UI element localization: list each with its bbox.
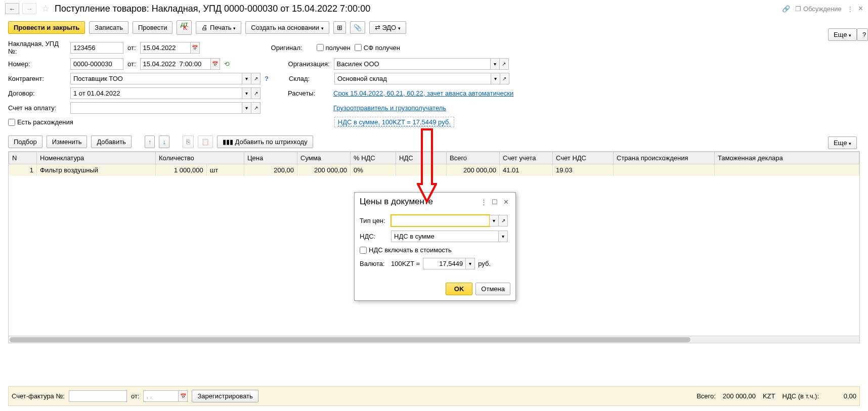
dialog-maximize-icon[interactable]: ☐ (490, 197, 499, 206)
org-label: Организация: (288, 60, 330, 68)
vat-label: НДС: (360, 233, 388, 240)
vat-select[interactable] (391, 231, 499, 242)
invoice-input[interactable] (70, 42, 123, 54)
expenditure-checkbox[interactable]: Есть расхождения (8, 118, 73, 126)
struct-button[interactable]: ⊞ (333, 21, 346, 34)
link-icon[interactable]: 🔗 (782, 5, 790, 13)
close-icon[interactable]: × (858, 4, 863, 13)
move-up-button[interactable]: ↑ (145, 135, 155, 148)
svg-text:Кт: Кт (183, 24, 188, 31)
nav-forward-button[interactable]: → (22, 3, 36, 14)
paste-button[interactable]: 📋 (198, 135, 213, 148)
org-select[interactable] (334, 58, 491, 70)
open-icon[interactable]: ↗ (500, 73, 509, 84)
contr-select[interactable] (70, 73, 242, 84)
dialog-close-icon[interactable]: ✕ (501, 197, 510, 206)
col-customs: Таможенная деклара (715, 152, 859, 164)
help-link[interactable]: ? (265, 75, 269, 82)
rate-input[interactable] (423, 258, 466, 269)
dropdown-icon[interactable]: ▾ (491, 58, 500, 70)
col-sum: Сумма (297, 152, 351, 164)
vat-label: НДС (в т.ч.): (783, 392, 819, 400)
invoice-date-input[interactable] (140, 42, 191, 54)
dropdown-icon[interactable]: ▾ (490, 215, 499, 226)
move-down-button[interactable]: ↓ (159, 135, 169, 148)
post-button[interactable]: Провести (133, 21, 173, 34)
add-button[interactable]: Добавить (91, 135, 131, 148)
table-more-button[interactable]: Еще ▾ (828, 136, 857, 149)
open-icon[interactable]: ↗ (500, 58, 509, 70)
contr-label: Контрагент: (8, 75, 66, 82)
price-type-select[interactable] (391, 215, 490, 226)
more-button[interactable]: Еще ▾ (828, 28, 857, 41)
number-input[interactable] (70, 58, 123, 70)
currency-prefix: 100KZT = (391, 260, 420, 267)
shipper-link[interactable]: Грузоотправитель и грузополучатель (333, 104, 446, 112)
col-vat: НДС (396, 152, 447, 164)
create-based-button[interactable]: Создать на основании ▾ (245, 21, 329, 34)
change-button[interactable]: Изменить (47, 135, 88, 148)
open-icon[interactable]: ↗ (499, 215, 508, 226)
print-button[interactable]: 🖨 Печать ▾ (196, 21, 241, 34)
table-row[interactable]: 1 Фильтр воздушный 1 000,000 шт 200,00 2… (9, 164, 859, 176)
write-button[interactable]: Записать (89, 21, 128, 34)
edo-button[interactable]: ⇄ ЭДО ▾ (369, 21, 406, 34)
invoice-pay-select[interactable] (70, 102, 242, 114)
nav-back-button[interactable]: ← (5, 3, 19, 14)
page-title: Поступление товаров: Накладная, УПД 0000… (55, 4, 370, 14)
total-label: Всего: (697, 392, 716, 400)
register-button[interactable]: Зарегистрировать (192, 390, 258, 402)
sf-label: Счет-фактура №: (12, 392, 65, 400)
vat-link[interactable]: НДС в сумме, 100KZT = 17,5449 руб. (338, 118, 451, 126)
contract-select[interactable] (70, 87, 242, 99)
help-button[interactable]: ? (857, 28, 868, 41)
kebab-icon[interactable]: ⋮ (847, 5, 853, 13)
currency-value: KZT (763, 392, 775, 400)
contract-label: Договор: (8, 89, 66, 97)
open-icon[interactable]: ↗ (251, 102, 261, 114)
barcode-button[interactable]: ▮▮▮ Добавить по штрихкоду (217, 135, 313, 148)
attach-button[interactable]: 📎 (350, 21, 365, 34)
cancel-button[interactable]: Отмена (475, 283, 510, 295)
star-icon[interactable]: ☆ (41, 3, 50, 14)
sf-from-label: от: (131, 392, 140, 400)
warehouse-select[interactable] (334, 73, 491, 84)
discuss-icon[interactable]: ❐ Обсуждение (795, 5, 841, 13)
calendar-icon[interactable]: 📅 (211, 58, 220, 70)
ok-button[interactable]: OK (446, 283, 473, 295)
original-label: Оригинал: (271, 44, 313, 52)
number-date-input[interactable] (140, 58, 211, 70)
refresh-icon[interactable]: ⟲ (224, 60, 230, 68)
select-button[interactable]: Подбор (8, 135, 42, 148)
dropdown-icon[interactable]: ▾ (499, 231, 508, 242)
open-icon[interactable]: ↗ (251, 87, 261, 99)
h-scrollbar[interactable] (9, 336, 859, 343)
sf-received-checkbox[interactable]: СФ получен (355, 44, 400, 52)
from-label2: от: (127, 60, 136, 68)
dropdown-icon[interactable]: ▾ (242, 87, 251, 99)
sf-number-input[interactable] (69, 390, 127, 402)
prices-dialog: Цены в документе ⋮ ☐ ✕ Тип цен: ▾↗ НДС: … (354, 192, 516, 301)
col-n: N (9, 152, 37, 164)
received-checkbox[interactable]: получен (317, 44, 351, 52)
calendar-icon[interactable]: 📅 (179, 390, 188, 402)
dialog-kebab-icon[interactable]: ⋮ (479, 197, 488, 206)
sf-date-input[interactable] (143, 390, 179, 402)
calendar-icon[interactable]: 📅 (191, 42, 200, 54)
type-label: Тип цен: (360, 217, 388, 224)
open-icon[interactable]: ↗ (251, 73, 261, 84)
dropdown-icon[interactable]: ▾ (242, 73, 251, 84)
dropdown-icon[interactable]: ▾ (491, 73, 500, 84)
dropdown-icon[interactable]: ▾ (242, 102, 251, 114)
dropdown-icon[interactable]: ▾ (466, 258, 475, 269)
currency-suffix: руб. (478, 260, 491, 267)
number-label: Номер: (8, 60, 66, 68)
total-value: 200 000,00 (723, 392, 756, 400)
col-acct: Счет учета (500, 152, 553, 164)
copy-button[interactable]: ⎘ (183, 135, 194, 148)
post-close-button[interactable]: Провести и закрыть (8, 21, 85, 34)
vat-include-checkbox[interactable]: НДС включать в стоимость (360, 246, 452, 254)
calc-link[interactable]: Срок 15.04.2022, 60.21, 60.22, зачет ава… (333, 89, 513, 97)
warehouse-label: Склад: (289, 75, 330, 82)
dtkt-button[interactable]: ДтКт (177, 20, 192, 35)
